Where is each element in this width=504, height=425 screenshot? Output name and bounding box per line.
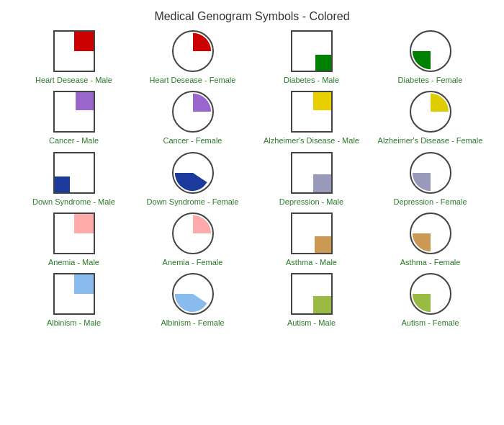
symbol-autism-male: Autism - Male	[252, 273, 371, 328]
symbol-heart-male: Heart Desease - Male	[14, 30, 133, 85]
label-albinism-female: Albinism - Female	[161, 318, 224, 328]
label-autism-male: Autism - Male	[287, 318, 336, 328]
square-depression-male	[291, 152, 333, 194]
symbol-diabetes-male: Diabetes - Male	[252, 30, 371, 85]
label-downsyndrome-male: Down Syndrome - Male	[32, 197, 115, 207]
label-asthma-male: Asthma - Male	[286, 257, 337, 267]
symbol-downsyndrome-female: Down Syndrome - Female	[133, 152, 252, 207]
symbol-asthma-male: Asthma - Male	[252, 212, 371, 267]
circle-anemia-female	[172, 212, 214, 254]
square-downsyndrome-male	[53, 152, 95, 194]
page-title: Medical Genogram Symbols - Colored	[0, 0, 504, 30]
label-alzheimers-female: Alzheimer's Disease - Female	[378, 135, 483, 146]
circle-diabetes-female	[410, 30, 451, 72]
label-depression-male: Depression - Male	[279, 197, 343, 207]
symbol-downsyndrome-male: Down Syndrome - Male	[14, 152, 133, 207]
label-autism-female: Autism - Female	[401, 318, 459, 328]
label-diabetes-female: Diabetes - Female	[398, 75, 463, 85]
circle-downsyndrome-female	[172, 152, 214, 194]
symbol-anemia-male: Anemia - Male	[14, 212, 133, 267]
circle-depression-female	[410, 152, 451, 194]
symbol-asthma-female: Asthma - Female	[371, 212, 490, 267]
label-diabetes-male: Diabetes - Male	[284, 75, 339, 85]
label-depression-female: Depression - Female	[393, 197, 467, 207]
square-cancer-male	[53, 91, 95, 133]
circle-alzheimers-female	[410, 91, 451, 133]
square-albinism-male	[53, 273, 95, 315]
label-anemia-male: Anemia - Male	[48, 257, 99, 267]
square-autism-male	[291, 273, 333, 315]
square-alzheimers-male	[291, 91, 333, 133]
symbol-anemia-female: Anemia - Female	[133, 212, 252, 267]
label-heart-female: Heart Desease - Female	[150, 75, 236, 85]
circle-heart-female	[172, 30, 214, 72]
symbol-depression-female: Depression - Female	[371, 152, 490, 207]
square-anemia-male	[53, 212, 95, 254]
symbol-depression-male: Depression - Male	[252, 152, 371, 207]
square-asthma-male	[291, 212, 333, 254]
label-alzheimers-male: Alzheimer's Disease - Male	[264, 135, 359, 146]
label-cancer-female: Cancer - Female	[163, 135, 222, 146]
symbol-alzheimers-male: Alzheimer's Disease - Male	[252, 91, 371, 146]
label-asthma-female: Asthma - Female	[400, 257, 461, 267]
symbol-heart-female: Heart Desease - Female	[133, 30, 252, 85]
square-diabetes-male	[291, 30, 333, 72]
symbols-grid: Heart Desease - Male Heart Desease - Fem…	[0, 30, 504, 328]
square-heart-male	[53, 30, 95, 72]
label-cancer-male: Cancer - Male	[49, 135, 99, 146]
symbol-albinism-female: Albinism - Female	[133, 273, 252, 328]
symbol-albinism-male: Albinism - Male	[14, 273, 133, 328]
label-downsyndrome-female: Down Syndrome - Female	[147, 197, 239, 207]
symbol-cancer-male: Cancer - Male	[14, 91, 133, 146]
label-albinism-male: Albinism - Male	[47, 318, 101, 328]
circle-asthma-female	[410, 212, 451, 254]
circle-autism-female	[410, 273, 451, 315]
circle-albinism-female	[172, 273, 214, 315]
symbol-diabetes-female: Diabetes - Female	[371, 30, 490, 85]
symbol-alzheimers-female: Alzheimer's Disease - Female	[371, 91, 490, 146]
label-heart-male: Heart Desease - Male	[35, 75, 112, 85]
circle-cancer-female	[172, 91, 214, 133]
label-anemia-female: Anemia - Female	[163, 257, 223, 267]
symbol-autism-female: Autism - Female	[371, 273, 490, 328]
symbol-cancer-female: Cancer - Female	[133, 91, 252, 146]
